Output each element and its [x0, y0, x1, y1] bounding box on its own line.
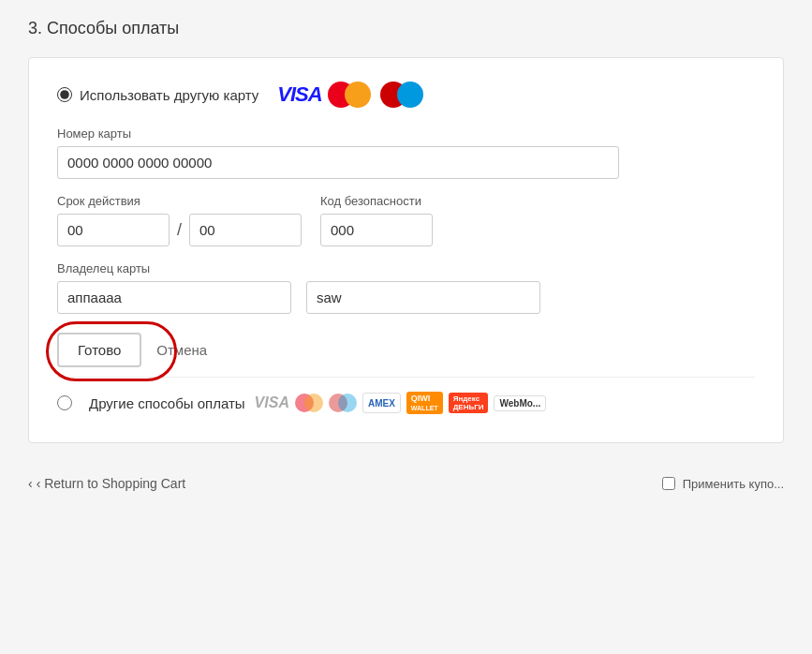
other-payments-row: Другие способы оплаты VISA AMEX QIWIWALL… [57, 377, 755, 414]
other-payments-radio[interactable] [57, 395, 72, 410]
expiry-slash: / [173, 220, 185, 240]
coupon-row: Применить купо... [662, 477, 784, 491]
firstname-input[interactable] [57, 281, 291, 314]
use-other-card-label: Использовать другую карту [80, 87, 258, 103]
other-payments-label: Другие способы оплаты [89, 395, 245, 411]
coupon-checkbox[interactable] [662, 477, 675, 490]
cardholder-label: Владелец карты [57, 261, 755, 275]
maestro-gray-blue [338, 394, 357, 412]
card-number-input[interactable] [57, 146, 619, 179]
expiry-security-row: Срок действия / Код безопасности [57, 194, 755, 246]
payment-logos-row: VISA AMEX QIWIWALLET ЯндексДЕНЬГИ WebMo.… [255, 392, 547, 414]
back-arrow-icon: ‹ [28, 476, 33, 491]
mc-gray-logo [295, 394, 323, 412]
visa-gray-logo: VISA [255, 394, 289, 411]
mastercard-logo [328, 82, 371, 108]
payment-card: Использовать другую карту VISA Номер кар… [28, 57, 784, 443]
webmoney-logo: WebMo... [494, 395, 546, 411]
expiry-label: Срок действия [57, 194, 302, 208]
page-container: 3. Способы оплаты Использовать другую ка… [0, 0, 812, 524]
use-other-card-row: Использовать другую карту VISA [57, 82, 755, 108]
return-link[interactable]: ‹ ‹ Return to Shopping Cart [28, 476, 185, 491]
qiwi-logo: QIWIWALLET [406, 392, 443, 414]
visa-logo: VISA [277, 82, 321, 107]
card-number-group: Номер карты [57, 126, 755, 179]
maestro-logo [380, 82, 423, 108]
buttons-row: Готово Отмена [57, 333, 755, 367]
amex-logo: AMEX [362, 393, 401, 413]
cardholder-group: Владелец карты [57, 261, 755, 314]
security-input[interactable] [320, 214, 433, 246]
section-title: 3. Способы оплаты [28, 19, 784, 38]
expiry-year-input[interactable] [189, 214, 302, 246]
expiry-month-input[interactable] [57, 214, 170, 246]
card-logos: VISA [277, 82, 422, 108]
done-button-container: Готово [57, 333, 141, 367]
return-link-label: ‹ Return to Shopping Cart [37, 476, 186, 491]
coupon-label: Применить купо... [683, 477, 784, 491]
mc-orange-circle [345, 82, 371, 108]
maestro-blue-circle [397, 82, 423, 108]
expiry-inputs: / [57, 214, 302, 246]
security-group: Код безопасности [320, 194, 433, 246]
maestro-gray-logo [329, 394, 357, 412]
lastname-input[interactable] [306, 281, 540, 314]
footer-row: ‹ ‹ Return to Shopping Cart Применить ку… [28, 462, 784, 505]
cardholder-row [57, 281, 755, 314]
use-other-card-radio[interactable] [57, 87, 72, 102]
security-label: Код безопасности [320, 194, 433, 208]
cancel-button[interactable]: Отмена [156, 342, 207, 358]
expiry-group: Срок действия / [57, 194, 302, 246]
mc-gray-orange [304, 394, 323, 412]
card-number-label: Номер карты [57, 126, 755, 141]
yandex-logo: ЯндексДЕНЬГИ [449, 393, 489, 413]
done-button[interactable]: Готово [57, 333, 141, 367]
